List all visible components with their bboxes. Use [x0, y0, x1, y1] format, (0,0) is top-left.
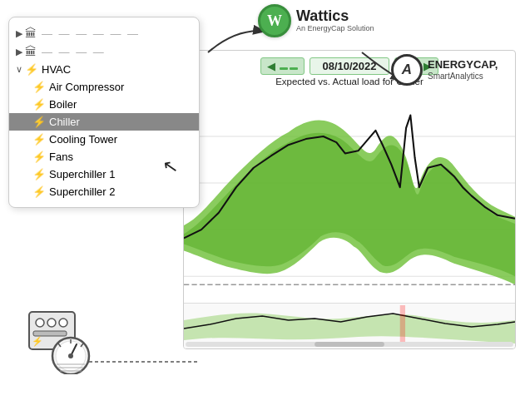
- chart-mini-sparkline: [184, 303, 515, 348]
- expand-icon-bank1: ▶: [16, 28, 22, 39]
- tree-label-boiler: Boiler: [49, 98, 77, 111]
- svg-point-11: [36, 319, 44, 327]
- nav-prev-button[interactable]: ◀: [260, 57, 305, 75]
- expand-icon-hvac: ∨: [16, 64, 22, 75]
- tree-row-chiller[interactable]: ⚡ Chiller: [9, 113, 199, 131]
- tree-row-hvac[interactable]: ∨ ⚡ HVAC: [9, 61, 199, 78]
- bolt-icon-superchiller2: ⚡: [32, 185, 46, 198]
- connector-line: [83, 345, 200, 370]
- tree-label-chiller: Chiller: [49, 116, 80, 128]
- tree-row-bank1[interactable]: ▶ 🏛 — — — — — —: [9, 24, 199, 42]
- wattics-text-block: Wattics An EnergyCap Solution: [296, 8, 374, 33]
- wattics-letter: W: [267, 12, 282, 30]
- svg-point-13: [59, 319, 67, 327]
- bolt-icon-chiller: ⚡: [32, 116, 46, 128]
- bolt-icon-superchiller1: ⚡: [32, 168, 46, 180]
- bolt-icon-boiler: ⚡: [32, 98, 46, 111]
- wattics-logo: W Wattics An EnergyCap Solution: [258, 4, 374, 37]
- bank-icon-1: 🏛: [25, 27, 37, 40]
- tree-label-superchiller1: Superchiller 1: [49, 168, 116, 180]
- energycap-letter: A: [402, 62, 412, 78]
- svg-rect-9: [315, 342, 384, 347]
- wattics-subtitle: An EnergyCap Solution: [296, 25, 374, 33]
- bank-icon-2: 🏛: [25, 45, 37, 58]
- tree-row-cooling-tower[interactable]: ⚡ Cooling Tower: [9, 131, 199, 148]
- svg-rect-7: [400, 305, 405, 347]
- tree-label-cooling-tower: Cooling Tower: [49, 133, 117, 146]
- bolt-icon-hvac: ⚡: [25, 63, 38, 76]
- tree-label-hvac: HVAC: [42, 63, 71, 76]
- tree-label-bank2: — — — —: [42, 46, 106, 58]
- expand-icon-bank2: ▶: [16, 47, 22, 57]
- tree-label-air-compressor: Air Compressor: [49, 81, 124, 93]
- energycap-text-block: ENERGYCAP, SmartAnalytics: [428, 59, 498, 80]
- tree-row-air-compressor[interactable]: ⚡ Air Compressor: [9, 78, 199, 96]
- energycap-logo: A ENERGYCAP, SmartAnalytics: [391, 54, 498, 86]
- tree-label-bank1: — — — — — —: [42, 27, 140, 40]
- wattics-logo-icon: W: [258, 4, 291, 37]
- chart-area: ◀ 08/10/2022 ▶ Expected vs. Actual load …: [183, 50, 516, 349]
- energycap-logo-icon: A: [391, 54, 423, 86]
- bolt-icon-air-compressor: ⚡: [32, 81, 46, 93]
- meter-icon: ⚡: [25, 308, 100, 374]
- tree-row-bank2[interactable]: ▶ 🏛 — — — —: [9, 42, 199, 61]
- svg-text:⚡: ⚡: [32, 335, 43, 347]
- bolt-icon-cooling-tower: ⚡: [32, 133, 46, 146]
- tree-row-superchiller2[interactable]: ⚡ Superchiller 2: [9, 183, 199, 200]
- bolt-icon-fans: ⚡: [32, 151, 46, 163]
- chart-main-svg: [184, 90, 515, 314]
- wattics-name: Wattics: [296, 8, 374, 25]
- energycap-name: ENERGYCAP,: [428, 59, 498, 71]
- svg-point-22: [68, 353, 73, 358]
- tree-label-superchiller2: Superchiller 2: [49, 185, 116, 198]
- svg-point-12: [47, 319, 56, 327]
- energycap-subtitle: SmartAnalytics: [428, 72, 498, 81]
- tree-panel: ▶ 🏛 — — — — — — ▶ 🏛 — — — — ∨ ⚡ HVAC ⚡ A…: [8, 17, 200, 208]
- tree-row-boiler[interactable]: ⚡ Boiler: [9, 96, 199, 113]
- tree-label-fans: Fans: [49, 151, 73, 163]
